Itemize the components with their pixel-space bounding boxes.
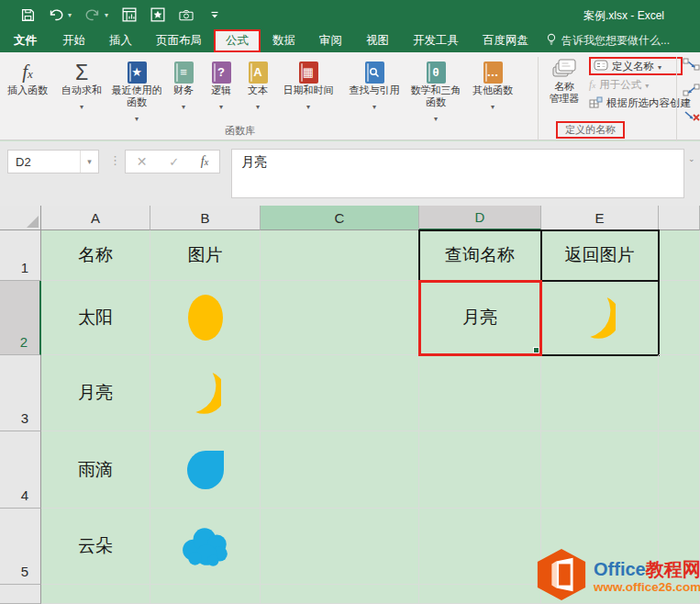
raindrop-shape[interactable] <box>187 451 224 489</box>
cell-b3[interactable] <box>150 355 261 431</box>
undo-dropdown-icon[interactable]: ▾ <box>68 11 72 19</box>
name-box[interactable]: D2 ▾ <box>7 150 99 173</box>
undo-icon[interactable] <box>49 7 63 22</box>
more-functions-button[interactable]: … 其他函数 <box>464 55 521 134</box>
formula-input[interactable]: 月亮 <box>231 149 684 198</box>
finance-book-icon: ≡ <box>174 60 194 84</box>
name-manager-button[interactable]: 名称 管理器 <box>541 56 587 105</box>
cell-c3[interactable] <box>261 355 419 431</box>
trace-dependents-icon[interactable] <box>683 84 700 101</box>
cell-c5[interactable] <box>261 509 419 585</box>
dropdown-arrow-icon <box>372 96 376 113</box>
cell-f4[interactable] <box>659 431 700 509</box>
cell-e4[interactable] <box>541 431 659 509</box>
cell-e3[interactable] <box>541 355 659 431</box>
tab-baidu-netdisk[interactable]: 百度网盘 <box>471 29 540 52</box>
cell-c1[interactable] <box>261 230 419 281</box>
moon-shape[interactable] <box>189 372 221 415</box>
tab-insert[interactable]: 插入 <box>97 29 144 52</box>
save-icon[interactable] <box>20 7 35 22</box>
function-library-group-label: 函数库 <box>225 124 255 138</box>
cancel-icon[interactable]: ✕ <box>137 154 148 169</box>
define-name-button[interactable]: 定义名称 <box>589 57 683 75</box>
row-header-3[interactable]: 3 <box>0 355 41 431</box>
cell-a3[interactable]: 月亮 <box>41 355 150 431</box>
camera-icon[interactable] <box>179 7 194 22</box>
col-header-e[interactable]: E <box>541 206 659 230</box>
row-header-4[interactable]: 4 <box>0 431 41 509</box>
cell-b4[interactable] <box>150 431 261 509</box>
cell-a2[interactable]: 太阳 <box>41 281 150 355</box>
tab-developer[interactable]: 开发工具 <box>401 29 471 52</box>
watermark-brand-suffix: 教程网 <box>646 559 700 579</box>
cell-b2[interactable] <box>150 281 261 355</box>
cell-b5[interactable] <box>150 509 261 585</box>
tab-review[interactable]: 审阅 <box>307 29 354 52</box>
date-time-button[interactable]: ▦ 日期和时间 <box>277 55 339 134</box>
name-box-dropdown-icon[interactable]: ▾ <box>80 151 98 173</box>
cell-c4[interactable] <box>261 431 419 509</box>
formula-bar-expand-icon[interactable]: ⌄ <box>688 154 695 163</box>
dropdown-arrow-icon <box>491 96 494 113</box>
cell-a4[interactable]: 雨滴 <box>41 431 150 509</box>
math-book-icon: θ <box>427 60 446 84</box>
cell-e1[interactable]: 返回图片 <box>541 230 659 281</box>
enter-icon[interactable]: ✓ <box>169 155 179 169</box>
cell-d2-active[interactable]: 月亮 <box>419 281 541 355</box>
row-header-6[interactable] <box>0 585 41 604</box>
tab-home[interactable]: 开始 <box>50 29 97 52</box>
cell-d6[interactable] <box>419 585 541 604</box>
cell-f2[interactable] <box>659 281 700 355</box>
text-button[interactable]: A 文本 <box>240 55 275 134</box>
select-all-corner[interactable] <box>0 206 41 230</box>
col-header-c[interactable]: C <box>261 206 419 230</box>
cell-f3[interactable] <box>659 355 700 431</box>
lookup-reference-button[interactable]: 查找与引用 <box>341 55 407 134</box>
tab-page-layout[interactable]: 页面布局 <box>144 29 214 52</box>
customize-quick-access-icon[interactable] <box>207 7 222 22</box>
col-header-a[interactable]: A <box>41 206 150 230</box>
col-header-b[interactable]: B <box>150 206 261 230</box>
tell-me-box[interactable]: 告诉我您想要做什么... <box>546 29 670 52</box>
trace-precedents-icon[interactable] <box>683 58 700 75</box>
row-header-5[interactable]: 5 <box>0 509 41 585</box>
remove-arrows-icon[interactable] <box>683 109 700 127</box>
recently-used-button[interactable]: ★ 最近使用的函数 <box>110 55 163 134</box>
cell-a1[interactable]: 名称 <box>41 230 150 281</box>
cell-f1[interactable] <box>659 230 700 281</box>
cell-e2[interactable] <box>541 281 659 355</box>
col-header-d[interactable]: D <box>419 206 541 230</box>
text-book-icon: A <box>249 60 268 84</box>
autosum-button[interactable]: Σ 自动求和 <box>55 55 108 134</box>
tab-data[interactable]: 数据 <box>261 29 307 52</box>
cell-d5[interactable] <box>419 509 541 585</box>
moon-shape[interactable] <box>583 296 616 340</box>
tab-view[interactable]: 视图 <box>354 29 401 52</box>
insert-function-button[interactable]: fx 插入函数 <box>2 55 53 134</box>
insert-function-icon[interactable]: fx <box>201 154 208 169</box>
row-header-1[interactable]: 1 <box>0 230 41 281</box>
sun-shape[interactable] <box>188 295 223 341</box>
cell-a6[interactable] <box>41 585 150 604</box>
row-header-2[interactable]: 2 <box>0 281 41 355</box>
tab-file[interactable]: 文件 <box>0 29 50 52</box>
cell-a5[interactable]: 云朵 <box>41 509 150 585</box>
fill-handle[interactable] <box>533 347 539 353</box>
cell-b6[interactable] <box>150 585 261 604</box>
tab-formulas[interactable]: 公式 <box>214 29 261 52</box>
cloud-shape[interactable] <box>179 523 232 569</box>
cell-c2[interactable] <box>261 281 419 355</box>
redo-icon <box>85 7 100 22</box>
cell-c6[interactable] <box>261 585 419 604</box>
financial-button[interactable]: ≡ 财务 <box>165 55 202 134</box>
favorite-icon[interactable] <box>150 7 165 22</box>
logical-button[interactable]: ? 逻辑 <box>204 55 239 134</box>
cell-b1[interactable]: 图片 <box>150 230 261 281</box>
cell-d1[interactable]: 查询名称 <box>419 230 541 281</box>
cell-d3[interactable] <box>419 355 541 431</box>
cell-d4[interactable] <box>419 431 541 509</box>
col-header-f[interactable] <box>659 206 700 230</box>
math-trig-button[interactable]: θ 数学和三角函数 <box>409 55 462 134</box>
formula-bar-splitter[interactable]: ⋮ <box>109 153 121 167</box>
print-preview-icon[interactable] <box>122 7 137 22</box>
